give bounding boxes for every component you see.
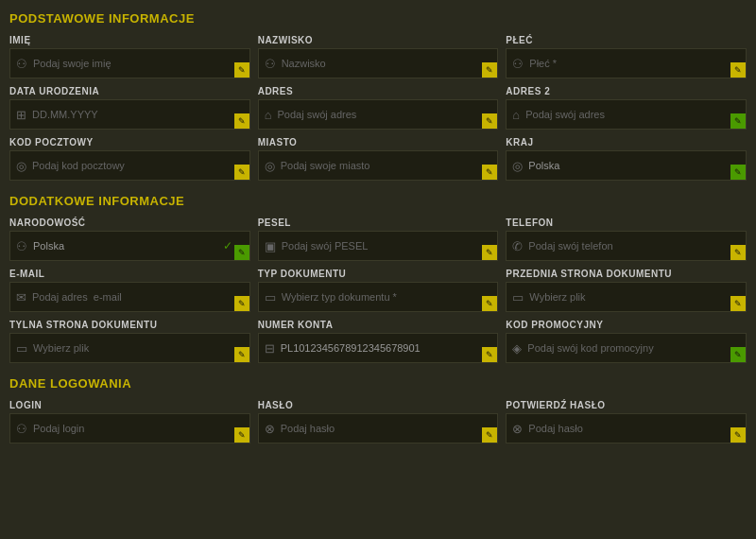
label-miasto: MIASTO (258, 137, 499, 148)
tylna_strona-icon: ▭ (16, 341, 27, 356)
input-wrapper-pesel: ▣✎ (258, 231, 499, 261)
input-kod_pocztowy[interactable] (32, 160, 244, 171)
form-group-pesel: PESEL▣✎ (258, 217, 499, 261)
input-login[interactable] (33, 423, 244, 434)
form-row: DATA URODZENIA⊞✎ADRES⌂✎ADRES 2⌂✎ (9, 86, 747, 130)
edit-btn-kraj[interactable]: ✎ (730, 165, 746, 180)
form-group-haslo: HASŁO⊗✎ (258, 400, 499, 443)
input-plec[interactable] (529, 58, 740, 69)
form-group-plec: PŁEĆ⚇✎ (506, 35, 747, 78)
edit-btn-tylna_strona[interactable]: ✎ (234, 347, 249, 362)
potwierdz_haslo-icon: ⊗ (512, 422, 523, 436)
edit-btn-data_urodzenia[interactable]: ✎ (234, 113, 249, 129)
section-title-podstawowe: PODSTAWOWE INFORMACJE (9, 11, 747, 26)
edit-btn-adres2[interactable]: ✎ (730, 113, 746, 129)
input-kraj[interactable] (528, 160, 740, 171)
plec-icon: ⚇ (512, 57, 524, 71)
form-row: NARODOWOŚĆ⚇✓✎PESEL▣✎TELEFON✆✎ (9, 217, 747, 261)
input-narodowosc[interactable] (33, 240, 244, 252)
label-pesel: PESEL (258, 217, 499, 228)
edit-btn-adres[interactable]: ✎ (482, 113, 497, 129)
edit-btn-login[interactable]: ✎ (234, 427, 249, 443)
input-telefon[interactable] (528, 240, 740, 252)
input-kod_promocyjny[interactable] (527, 342, 740, 354)
miasto-icon: ◎ (265, 159, 275, 173)
form-row: TYLNA STRONA DOKUMENTU▭✎NUMER KONTA⊟✎KOD… (9, 320, 747, 363)
label-data_urodzenia: DATA URODZENIA (9, 86, 250, 96)
form-group-adres: ADRES⌂✎ (258, 86, 499, 130)
input-haslo[interactable] (281, 423, 492, 434)
edit-btn-nazwisko[interactable]: ✎ (482, 62, 497, 78)
form-group-numer_konta: NUMER KONTA⊟✎ (258, 320, 499, 363)
input-wrapper-adres: ⌂✎ (258, 99, 499, 130)
input-adres[interactable] (278, 109, 492, 120)
label-kod_promocyjny: KOD PROMOCYJNY (506, 320, 747, 330)
label-numer_konta: NUMER KONTA (258, 320, 499, 330)
przednia_strona-icon: ▭ (512, 290, 524, 304)
telefon-icon: ✆ (512, 239, 523, 253)
edit-btn-miasto[interactable]: ✎ (482, 165, 497, 180)
input-email[interactable] (32, 291, 244, 303)
pesel-icon: ▣ (265, 239, 276, 253)
label-plec: PŁEĆ (506, 35, 747, 45)
input-tylna_strona[interactable] (33, 342, 244, 354)
edit-btn-imie[interactable]: ✎ (234, 62, 249, 78)
form-group-typ_dokumentu: TYP DOKUMENTU▭✎ (258, 269, 499, 312)
input-imie[interactable] (33, 58, 244, 69)
input-wrapper-potwierdz_haslo: ⊗✎ (506, 413, 747, 443)
label-nazwisko: NAZWISKO (258, 35, 499, 45)
form-group-miasto: MIASTO◎✎ (258, 137, 499, 181)
input-numer_konta[interactable] (281, 342, 492, 354)
narodowosc-icon: ⚇ (16, 239, 27, 253)
edit-btn-kod_promocyjny[interactable]: ✎ (730, 347, 746, 362)
edit-btn-przednia_strona[interactable]: ✎ (730, 296, 746, 311)
page-wrapper: PODSTAWOWE INFORMACJEIMIĘ⚇✎NAZWISKO⚇✎PŁE… (0, 0, 756, 462)
edit-btn-telefon[interactable]: ✎ (730, 245, 746, 260)
input-miasto[interactable] (281, 160, 492, 171)
edit-btn-haslo[interactable]: ✎ (482, 427, 497, 443)
form-row: KOD POCZTOWY◎✎MIASTO◎✎KRAJ◎✎ (9, 137, 747, 181)
form-group-narodowosc: NARODOWOŚĆ⚇✓✎ (9, 217, 250, 261)
form-group-potwierdz_haslo: POTWIERDŹ HASŁO⊗✎ (506, 400, 747, 443)
input-potwierdz_haslo[interactable] (528, 423, 740, 434)
input-nazwisko[interactable] (282, 58, 492, 69)
form-group-przednia_strona: PRZEDNIA STRONA DOKUMENTU▭✎ (506, 269, 747, 312)
input-wrapper-telefon: ✆✎ (506, 231, 747, 261)
data_urodzenia-icon: ⊞ (16, 108, 26, 122)
label-przednia_strona: PRZEDNIA STRONA DOKUMENTU (506, 269, 747, 279)
section-title-dodatkowe: DODATKOWE INFORMACJE (9, 194, 747, 208)
label-login: LOGIN (9, 400, 250, 410)
form-group-data_urodzenia: DATA URODZENIA⊞✎ (9, 86, 250, 130)
edit-btn-kod_pocztowy[interactable]: ✎ (234, 165, 249, 180)
input-wrapper-miasto: ◎✎ (258, 150, 499, 181)
input-wrapper-kod_promocyjny: ◈✎ (506, 333, 747, 363)
edit-btn-pesel[interactable]: ✎ (482, 245, 497, 260)
login-icon: ⚇ (16, 422, 27, 436)
form-group-kraj: KRAJ◎✎ (506, 137, 747, 181)
edit-btn-numer_konta[interactable]: ✎ (482, 347, 497, 362)
input-pesel[interactable] (282, 240, 492, 252)
input-data_urodzenia[interactable] (32, 109, 244, 120)
input-wrapper-data_urodzenia: ⊞✎ (9, 99, 250, 130)
edit-btn-plec[interactable]: ✎ (730, 62, 746, 78)
edit-btn-narodowosc[interactable]: ✎ (234, 245, 249, 260)
label-narodowosc: NARODOWOŚĆ (9, 217, 250, 228)
adres-icon: ⌂ (265, 108, 272, 122)
kraj-icon: ◎ (512, 159, 523, 173)
typ_dokumentu-icon: ▭ (265, 290, 276, 304)
adres2-icon: ⌂ (512, 108, 520, 122)
input-adres2[interactable] (525, 109, 740, 120)
section-title-logowanie: DANE LOGOWANIA (9, 376, 747, 391)
label-typ_dokumentu: TYP DOKUMENTU (258, 269, 499, 279)
input-wrapper-adres2: ⌂✎ (506, 99, 747, 130)
edit-btn-typ_dokumentu[interactable]: ✎ (482, 296, 497, 311)
input-typ_dokumentu[interactable] (282, 291, 492, 303)
nazwisko-icon: ⚇ (265, 57, 276, 71)
edit-btn-potwierdz_haslo[interactable]: ✎ (730, 427, 746, 443)
input-wrapper-tylna_strona: ▭✎ (9, 333, 250, 363)
edit-btn-email[interactable]: ✎ (234, 296, 249, 311)
input-przednia_strona[interactable] (529, 291, 740, 303)
input-wrapper-email: ✉✎ (9, 282, 250, 312)
input-wrapper-typ_dokumentu: ▭✎ (258, 282, 499, 312)
input-wrapper-kod_pocztowy: ◎✎ (9, 150, 250, 181)
